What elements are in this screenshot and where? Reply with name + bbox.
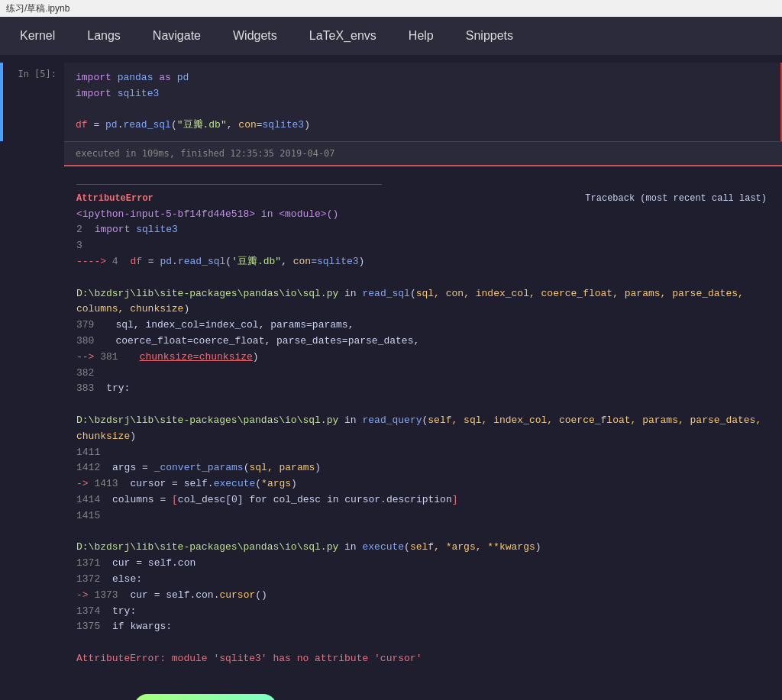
- err-1414: 1414 columns = [col_desc[0] for col_desc…: [76, 492, 767, 508]
- title-text: 练习/草稿.ipynb: [6, 2, 69, 15]
- cell-code-content[interactable]: import pandas as pd import sqlite3 df = …: [64, 63, 782, 141]
- traceback-header: AttributeError Traceback (most recent ca…: [76, 191, 767, 206]
- err-1374: 1374 try:: [76, 604, 767, 620]
- err-blank-2: [76, 397, 767, 413]
- code-line-3: [76, 102, 769, 118]
- err-line-4: ----> 4 df = pd.read_sql('豆瓣.db", con=sq…: [76, 254, 767, 270]
- menu-kernel[interactable]: Kernel: [15, 23, 60, 49]
- error-separator-top: [76, 184, 382, 185]
- err-1413: -> 1413 cursor = self.execute(*args): [76, 476, 767, 492]
- err-blank-4: [76, 635, 767, 651]
- err-381: --> 381chunksize=chunksize): [76, 350, 767, 366]
- main-content: In [5]: import pandas as pd import sqlit…: [0, 55, 782, 700]
- code-line-2: import sqlite3: [76, 86, 769, 102]
- menu-snippets[interactable]: Snippets: [461, 23, 518, 49]
- error-final-message: AttributeError: module 'sqlite3' has no …: [76, 651, 767, 667]
- err-path-1: D:\bzdsrj\lib\site-packages\pandas\io\sq…: [76, 286, 767, 318]
- err-1372: 1372 else:: [76, 572, 767, 588]
- err-blank-3: [76, 524, 767, 540]
- exec-info: executed in 109ms, finished 12:35:35 201…: [64, 141, 782, 166]
- err-path-2: D:\bzdsrj\lib\site-packages\pandas\io\sq…: [76, 413, 767, 445]
- code-cell: In [5]: import pandas as pd import sqlit…: [0, 63, 782, 141]
- menu-bar: Kernel Langs Navigate Widgets LaTeX_envs…: [0, 17, 782, 55]
- cell-label: In [5]:: [3, 63, 64, 141]
- err-1415: 1415: [76, 508, 767, 524]
- err-blank-1: [76, 270, 767, 286]
- menu-latex[interactable]: LaTeX_envs: [305, 23, 381, 49]
- menu-langs[interactable]: Langs: [82, 23, 125, 49]
- code-line-1: import pandas as pd: [76, 70, 769, 86]
- err-line-2: 2 import sqlite3: [76, 222, 767, 238]
- show-solution-container: Show Solution: [0, 679, 782, 700]
- menu-widgets[interactable]: Widgets: [228, 23, 282, 49]
- err-383: 383 try:: [76, 381, 767, 397]
- err-1371: 1371 cur = self.con: [76, 556, 767, 572]
- err-1411: 1411: [76, 445, 767, 461]
- code-line-4: df = pd.read_sql("豆瓣.db", con=sqlite3): [76, 118, 769, 134]
- err-382: 382: [76, 366, 767, 382]
- err-1375: 1375 if kwargs:: [76, 619, 767, 635]
- err-379: 379sql, index_col=index_col, params=para…: [76, 318, 767, 334]
- menu-help[interactable]: Help: [404, 23, 438, 49]
- error-output: AttributeError Traceback (most recent ca…: [0, 166, 782, 679]
- err-1373: -> 1373 cur = self.con.cursor(): [76, 588, 767, 604]
- err-380: 380coerce_float=coerce_float, parse_date…: [76, 334, 767, 350]
- err-line-3: 3: [76, 238, 767, 254]
- show-solution-button[interactable]: Show Solution: [134, 694, 277, 700]
- error-type: AttributeError: [76, 191, 153, 206]
- error-location: <ipython-input-5-bf14fd44e518> in <modul…: [76, 207, 767, 223]
- title-bar: 练习/草稿.ipynb: [0, 0, 782, 17]
- err-1412: 1412 args = _convert_params(sql, params): [76, 460, 767, 476]
- traceback-label: Traceback (most recent call last): [585, 191, 767, 206]
- err-path-3: D:\bzdsrj\lib\site-packages\pandas\io\sq…: [76, 540, 767, 556]
- menu-navigate[interactable]: Navigate: [148, 23, 205, 49]
